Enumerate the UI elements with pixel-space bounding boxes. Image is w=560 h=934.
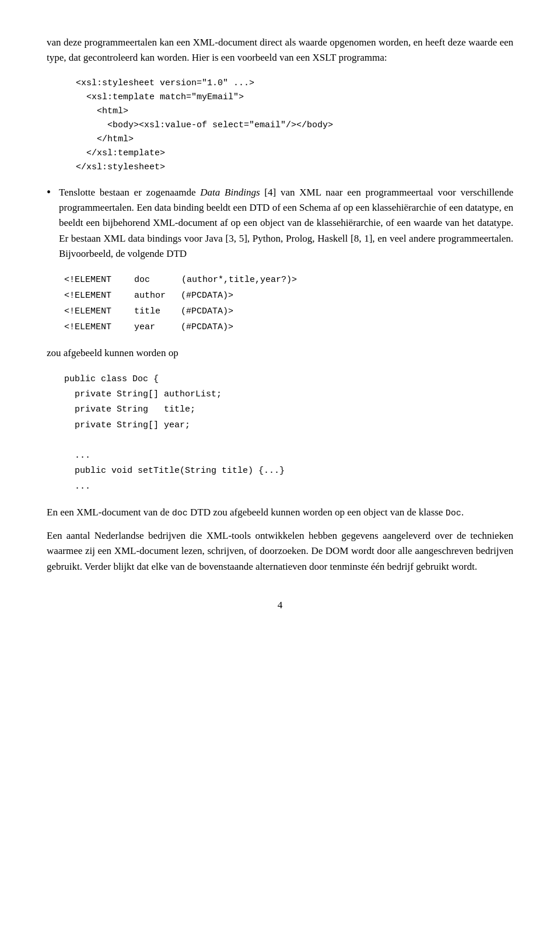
page-content: van deze programmeertalen kan een XML-do…: [47, 35, 513, 613]
zou-paragraph: zou afgebeeld kunnen worden op: [47, 346, 513, 361]
bullet-text: Tenslotte bestaan er zogenaamde Data Bin…: [59, 185, 513, 262]
dtd-element-doc: doc: [134, 272, 181, 288]
java-line-dots1: ...: [64, 448, 513, 463]
data-bindings-italic: Data Bindings: [200, 187, 260, 198]
xslt-line-6: </xsl:template>: [76, 148, 165, 158]
java-line-2: private String[] authorList;: [64, 387, 513, 402]
page-number: 4: [47, 598, 513, 613]
dtd-value-doc: (author*,title,year?)>: [181, 272, 297, 288]
java-line-dots2: ...: [64, 479, 513, 494]
bullet-dot: •: [47, 183, 51, 201]
inline-code-doc-class: Doc: [446, 508, 461, 518]
dtd-keyword-author: <!ELEMENT: [64, 288, 134, 304]
dtd-value-title: (#PCDATA)>: [181, 304, 233, 319]
dtd-value-year: (#PCDATA)>: [181, 319, 233, 335]
dtd-element-author: author: [134, 288, 181, 304]
xslt-line-5: </html>: [76, 134, 134, 144]
dtd-line-title: <!ELEMENT title (#PCDATA)>: [64, 304, 513, 319]
dtd-line-author: <!ELEMENT author (#PCDATA)>: [64, 288, 513, 304]
xslt-line-4: <body><xsl:value-of select="email"/></bo…: [76, 120, 333, 130]
xslt-line-3: <html>: [76, 106, 128, 116]
xslt-line-7: </xsl:stylesheet>: [76, 162, 165, 172]
xslt-line-1: <xsl:stylesheet version="1.0" ...>: [76, 78, 254, 88]
dtd-line-year: <!ELEMENT year (#PCDATA)>: [64, 319, 513, 335]
java-line-method: public void setTitle(String title) {...}: [64, 463, 513, 479]
inline-code-doc: doc: [172, 508, 188, 518]
java-line-3: private String title;: [64, 402, 513, 417]
dtd-element-title: title: [134, 304, 181, 319]
dtd-element-year: year: [134, 319, 181, 335]
java-code-block: public class Doc { private String[] auth…: [64, 372, 513, 494]
dtd-code-block: <!ELEMENT doc (author*,title,year?)> <!E…: [64, 272, 513, 335]
bullet-item-databindings: • Tenslotte bestaan er zogenaamde Data B…: [47, 185, 513, 262]
java-line-4: private String[] year;: [64, 418, 513, 433]
final-paragraph: Een aantal Nederlandse bedrijven die XML…: [47, 528, 513, 574]
intro-paragraph: van deze programmeertalen kan een XML-do…: [47, 35, 513, 66]
dtd-line-doc: <!ELEMENT doc (author*,title,year?)>: [64, 272, 513, 288]
dtd-keyword-doc: <!ELEMENT: [64, 272, 134, 288]
xslt-code-block: <xsl:stylesheet version="1.0" ...> <xsl:…: [76, 76, 513, 175]
dtd-keyword-year: <!ELEMENT: [64, 319, 134, 335]
xslt-line-2: <xsl:template match="myEmail">: [76, 92, 244, 102]
dtd-keyword-title: <!ELEMENT: [64, 304, 134, 319]
java-line-1: public class Doc {: [64, 372, 513, 387]
en-paragraph: En een XML-document van de doc DTD zou a…: [47, 505, 513, 520]
dtd-value-author: (#PCDATA)>: [181, 288, 233, 304]
java-line-blank: [64, 433, 513, 448]
